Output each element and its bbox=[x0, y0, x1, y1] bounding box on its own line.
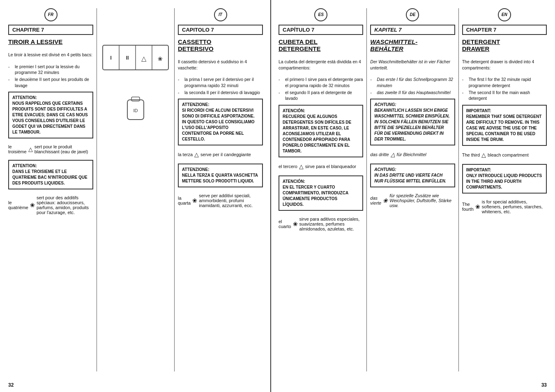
de-additive-line: das vierte bbox=[370, 196, 381, 205]
en-bullet-list: The first I for the 32 minute rapid prog… bbox=[462, 76, 547, 101]
col-en: EN CHAPTER 7 DETERGENT DRAWER The deterg… bbox=[459, 8, 547, 371]
col-it: IT CAPITOLO 7 CASSETTO DETERSIVO Il cass… bbox=[175, 8, 263, 371]
es-bleach-row: el tercero △ sirve para el blanqueador bbox=[279, 163, 363, 170]
es-bullet-list: el primero I sirve para el detergente pa… bbox=[279, 76, 363, 101]
it-intro: Il cassetto detersivo é suddiviso in 4 v… bbox=[178, 59, 263, 71]
fr-flag-badge: FR bbox=[44, 8, 58, 21]
col-fr: FR CHAPITRE 7 TIROIR A LESSIVE Le tiroir… bbox=[8, 8, 97, 371]
fr-bleach-line: le troisième bbox=[8, 144, 27, 154]
it-bleach-row: la terza △ serve per il candeggiante bbox=[178, 151, 263, 158]
es-chapter-box: CAPÍTULO 7 bbox=[279, 25, 363, 35]
svg-text:II: II bbox=[126, 55, 129, 61]
fr-chapter-box: CHAPITRE 7 bbox=[8, 25, 93, 35]
en-attention1: IMPORTANT: REMEMBER THAT SOME DETERGENT … bbox=[462, 105, 547, 146]
fr-additive-line: le quatrième bbox=[8, 200, 28, 210]
it-bleach-line: la terza bbox=[178, 152, 193, 157]
drawer-illustration: I II △ ❀ bbox=[99, 41, 173, 78]
fr-bleach-desc: sert pour le produit blanchissant (eau d… bbox=[35, 144, 93, 154]
en-bullet-2: The second II for the main wash detergen… bbox=[462, 90, 547, 101]
it-additive-desc: serve per additivi speciali, ammorbident… bbox=[199, 193, 263, 208]
fr-additive-desc: sert pour des additifs spéciaux: adoucis… bbox=[37, 195, 93, 215]
it-bullet-1: la prima I serve per il detersivo per il… bbox=[178, 76, 263, 88]
en-chapter-box: CHAPTER 7 bbox=[462, 25, 547, 35]
de-bullet-2: das zweite II für das Hauptwaschmittel bbox=[370, 90, 455, 96]
es-bleach-line: el tercero bbox=[279, 164, 297, 169]
svg-text:❀: ❀ bbox=[158, 55, 163, 62]
middle-images: I II △ ❀ ID bbox=[97, 8, 174, 371]
de-intro: Der Waschmittelbehälter ist in vier Fäch… bbox=[370, 59, 455, 71]
fr-intro: Le tiroir à lessive est divisé en 4 peti… bbox=[8, 52, 93, 58]
es-additive-icon: ❀ bbox=[293, 221, 298, 227]
it-additive-icon: ❀ bbox=[192, 197, 197, 204]
es-bullet-1: el primero I sirve para el detergente pa… bbox=[279, 76, 363, 88]
col-es: ES CAPÍTULO 7 CUBETA DEL DETERGENTE La c… bbox=[279, 8, 366, 371]
it-flag-header: IT bbox=[178, 8, 263, 23]
it-attention2: ATTENZIONE: NELLA TERZA E QUARTA VASCHET… bbox=[178, 164, 263, 187]
de-additive-desc: für spezielle Zusätze wie Weichspüler, D… bbox=[389, 193, 455, 208]
fr-bleach-icon: △ bbox=[28, 146, 33, 152]
de-bleach-line: das dritte bbox=[370, 152, 389, 157]
svg-text:△: △ bbox=[141, 55, 147, 62]
de-bleach-row: das dritte △ für Bleichmittel bbox=[370, 151, 455, 158]
fr-bullet-1: le premier I sert pour la lessive du pro… bbox=[8, 64, 93, 76]
de-bullet-list: Das erste I für das Schnellprogramm 32 m… bbox=[370, 76, 455, 95]
svg-rect-9 bbox=[131, 97, 140, 101]
svg-text:ID: ID bbox=[134, 108, 138, 113]
it-attention1: ATTENZIONE: SI RICORDI CHE ALCUNI DETERS… bbox=[178, 99, 263, 145]
en-additive-icon: ❀ bbox=[475, 203, 480, 210]
es-bleach-desc: sirve para el blanqueador bbox=[305, 164, 356, 169]
en-bullet-1: The first I for the 32 minute rapid prog… bbox=[462, 76, 547, 88]
en-bleach-desc: bleach compartment bbox=[488, 152, 529, 157]
it-bleach-desc: serve per il candeggiante bbox=[200, 152, 251, 157]
it-flag-badge: IT bbox=[214, 8, 227, 21]
en-attention2: IMPORTANT: ONLY INTRODUCE LIQUID PRODUCT… bbox=[462, 164, 547, 194]
es-additive-desc: sirve para aditivos especiales, suavizan… bbox=[299, 217, 364, 231]
en-chapter-title: DETERGENT DRAWER bbox=[462, 38, 547, 52]
de-flag-header: DE bbox=[370, 8, 455, 23]
fr-chapter-title: TIROIR A LESSIVE bbox=[8, 38, 93, 45]
en-flag-badge: EN bbox=[498, 8, 511, 21]
es-additive-line: el cuarto bbox=[279, 219, 291, 229]
es-intro: La cubeta del detergente está dividida e… bbox=[279, 59, 363, 71]
col-de: DE KAPITEL 7 WASCHMITTEL- BEHÄLTER Der W… bbox=[367, 8, 458, 371]
es-bleach-icon: △ bbox=[299, 163, 304, 170]
fr-attention2: ATTENTION: DANS LE TROISIEME ET LE QUATR… bbox=[8, 160, 93, 189]
en-bleach-icon: △ bbox=[481, 152, 486, 158]
de-chapter-box: KAPITEL 7 bbox=[370, 25, 455, 35]
it-additive-row: la quarta ❀ serve per additivi speciali,… bbox=[178, 193, 263, 208]
de-flag-badge: DE bbox=[406, 8, 419, 21]
svg-text:I: I bbox=[110, 55, 112, 61]
es-additive-row: el cuarto ❀ sirve para aditivos especial… bbox=[279, 217, 363, 231]
en-bleach-line: The third bbox=[462, 152, 480, 157]
fr-bullet-2: le deuxième II sert pour les produits de… bbox=[8, 76, 93, 88]
fr-flag-header: FR bbox=[8, 8, 93, 23]
page-number-right: 33 bbox=[541, 382, 547, 388]
en-additive-line: The fourth bbox=[462, 202, 474, 212]
it-bleach-icon: △ bbox=[194, 151, 199, 158]
en-flag-header: EN bbox=[462, 8, 547, 23]
it-additive-line: la quarta bbox=[178, 196, 191, 205]
es-bullet-2: el segundo II para el detergente de lava… bbox=[279, 90, 363, 101]
it-bullet-list: la prima I serve per il detersivo per il… bbox=[178, 76, 263, 95]
softener-illustration: ID bbox=[121, 94, 150, 122]
de-additive-icon: ❀ bbox=[383, 197, 388, 204]
de-bullet-1: Das erste I für das Schnellprogramm 32 m… bbox=[370, 76, 455, 88]
fr-additive-icon: ❀ bbox=[30, 202, 35, 208]
es-flag-header: ES bbox=[279, 8, 363, 23]
de-bleach-desc: für Bleichmittel bbox=[397, 152, 426, 157]
en-additive-desc: is for special additives, softeners, per… bbox=[482, 199, 547, 214]
it-chapter-title: CASSETTO DETERSIVO bbox=[178, 38, 263, 52]
fr-bullet-list: le premier I sert pour la lessive du pro… bbox=[8, 64, 93, 89]
it-chapter-box: CAPITOLO 7 bbox=[178, 25, 263, 35]
left-page: FR CHAPITRE 7 TIROIR A LESSIVE Le tiroir… bbox=[0, 0, 271, 392]
en-bleach-row: The third △ bleach compartment bbox=[462, 152, 547, 158]
en-additive-row: The fourth ❀ is for special additives, s… bbox=[462, 199, 547, 214]
es-flag-badge: ES bbox=[314, 8, 327, 21]
es-attention1: ATENCIÓN: RECUERDE QUE ALGUNOS DETERGENT… bbox=[279, 105, 363, 157]
fr-attention1: ATTENTION: NOUS RAPPELONS QUE CERTAINS P… bbox=[8, 92, 93, 138]
de-attention2: ACHTUNG: IN DAS DRITTE UND VIERTE FACH N… bbox=[370, 164, 455, 187]
es-attention2: ATENCIÓN: EN EL TERCER Y CUARTO COMPARTI… bbox=[279, 175, 363, 211]
de-chapter-title: WASCHMITTEL- BEHÄLTER bbox=[370, 38, 455, 52]
right-page: ES CAPÍTULO 7 CUBETA DEL DETERGENTE La c… bbox=[271, 0, 555, 392]
it-bullet-2: la seconda II per il detersivo di lavagg… bbox=[178, 90, 263, 96]
